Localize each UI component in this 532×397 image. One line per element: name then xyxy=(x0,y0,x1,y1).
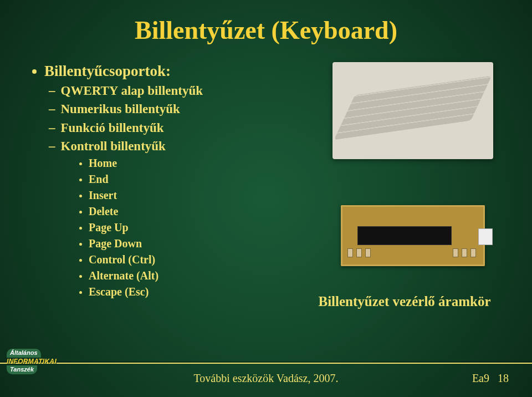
bullet-level3: Control (Ctrl) xyxy=(79,252,270,267)
footer-divider xyxy=(0,363,532,364)
page-label: Ea9 xyxy=(472,372,489,384)
bullet-level3: Page Up xyxy=(79,220,270,235)
bullet-icon xyxy=(32,69,37,74)
bullet-level2: – QWERTY alap billentyűk xyxy=(49,82,270,99)
page-number: Ea9 18 xyxy=(472,372,509,385)
bullet-text: Insert xyxy=(89,188,117,203)
bullet-icon xyxy=(79,243,82,246)
resistor-icon xyxy=(470,248,476,257)
keyboard-image xyxy=(332,62,493,159)
bullet-level2: – Numerikus billentyűk xyxy=(49,100,270,118)
bullet-text: Page Down xyxy=(89,236,142,251)
bullet-icon xyxy=(79,275,82,278)
bullet-level2: – Funkció billentyűk xyxy=(49,119,270,136)
chip-icon xyxy=(357,226,452,245)
dash-icon: – xyxy=(49,138,55,155)
bullet-text: Page Up xyxy=(89,220,129,235)
bullet-text: QWERTY alap billentyűk xyxy=(61,82,203,99)
page-no: 18 xyxy=(498,372,509,384)
bullet-text: Numerikus billentyűk xyxy=(61,100,180,118)
resistor-icon xyxy=(453,248,458,257)
pcb-board-icon xyxy=(341,205,485,266)
logo-line1: Általános xyxy=(7,349,41,358)
slide-title: Billentyűzet (Keyboard) xyxy=(0,16,532,45)
bullet-text: Alternate (Alt) xyxy=(89,268,158,283)
footer-text: További eszközök Vadász, 2007. xyxy=(0,372,532,385)
bullet-icon xyxy=(79,259,82,262)
bullet-text: Escape (Esc) xyxy=(89,284,149,299)
bullet-icon xyxy=(79,291,82,294)
resistor-icon xyxy=(365,248,371,257)
bullet-text: Billentyűcsoportok: xyxy=(44,61,171,81)
bullet-level3: Page Down xyxy=(79,236,270,251)
bullet-level3: End xyxy=(79,172,270,187)
bullet-level3: Home xyxy=(79,156,270,171)
bullet-text: Kontroll billentyűk xyxy=(61,138,166,155)
bullet-icon xyxy=(79,179,82,181)
bullet-level3: Escape (Esc) xyxy=(79,284,270,299)
bullet-icon xyxy=(79,162,82,165)
logo-line3: Tanszék xyxy=(7,365,37,374)
bullet-text: Home xyxy=(89,156,117,171)
bullet-level3: Alternate (Alt) xyxy=(79,268,270,283)
bullet-level3: Delete xyxy=(79,204,270,219)
bullet-text: Funkció billentyűk xyxy=(61,119,164,136)
bullet-icon xyxy=(79,195,82,197)
bullet-icon xyxy=(79,227,82,230)
bullet-text: Control (Ctrl) xyxy=(89,252,155,267)
resistor-icon xyxy=(356,248,362,257)
content-body: Billentyűcsoportok: – QWERTY alap billen… xyxy=(32,61,270,301)
bullet-level1: Billentyűcsoportok: xyxy=(32,61,270,81)
image-caption: Billentyűzet vezérlő áramkör xyxy=(310,294,499,309)
resistor-icon xyxy=(462,248,467,257)
bullet-text: End xyxy=(89,172,109,187)
department-logo: Általános INFORMATIKAI Tanszék xyxy=(7,349,79,390)
connector-icon xyxy=(478,228,493,245)
dash-icon: – xyxy=(49,100,55,118)
bullet-level2: – Kontroll billentyűk xyxy=(49,138,270,155)
bullet-level3: Insert xyxy=(79,188,270,203)
dash-icon: – xyxy=(49,82,55,99)
pcb-image xyxy=(324,189,502,283)
slide: Billentyűzet (Keyboard) Billentyűcsoport… xyxy=(0,0,532,397)
dash-icon: – xyxy=(49,119,55,136)
bullet-text: Delete xyxy=(89,204,118,219)
bullet-icon xyxy=(79,211,82,213)
logo-line2: INFORMATIKAI xyxy=(7,358,79,365)
resistor-icon xyxy=(347,248,353,257)
